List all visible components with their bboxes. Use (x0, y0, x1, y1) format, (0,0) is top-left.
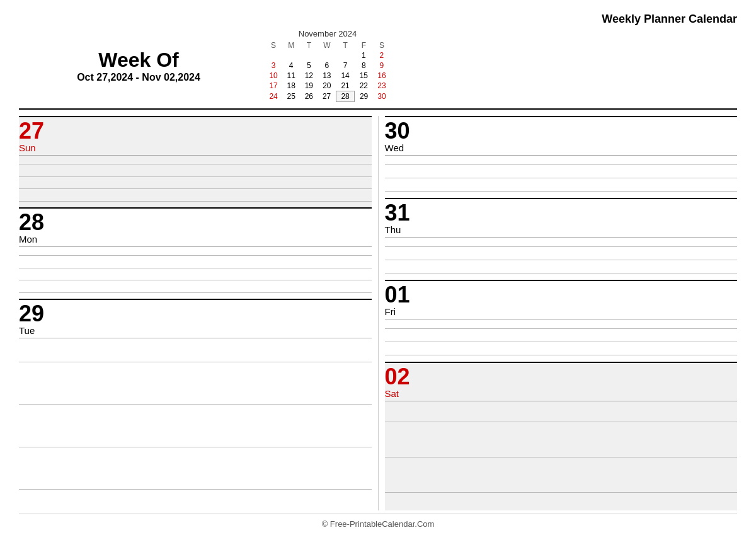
day-line (19, 404, 372, 405)
mini-cal-cell: 11 (282, 71, 300, 81)
mini-cal-row: 3456789 (265, 60, 391, 71)
mini-cal-cell: 26 (300, 91, 318, 102)
day-number-fri: 01 (385, 284, 738, 306)
day-line (385, 164, 738, 165)
day-line (19, 188, 372, 189)
mini-cal-cell: 13 (318, 71, 336, 81)
day-line (19, 201, 372, 202)
day-line (385, 422, 738, 422)
mini-cal-cell: 29 (355, 91, 373, 102)
mini-cal-cell: 8 (355, 60, 373, 71)
day-line (19, 292, 372, 293)
day-lines-wed (385, 158, 738, 198)
mini-cal-cell: 5 (300, 60, 318, 71)
day-name-sun: Sun (19, 142, 372, 156)
day-line (385, 457, 738, 457)
mini-cal-cell (265, 50, 282, 60)
mini-cal-cell: 25 (282, 91, 300, 102)
mini-cal-cell: 27 (318, 91, 336, 102)
mini-cal-cell (300, 50, 318, 60)
mini-cal-cell (336, 50, 355, 60)
day-line (385, 246, 738, 247)
footer: © Free-PrintableCalendar.Com (19, 514, 737, 529)
mini-cal-cell: 21 (336, 81, 355, 91)
page: Weekly Planner Calendar Week Of Oct 27,2… (0, 0, 756, 535)
mini-cal-cell (282, 50, 300, 60)
mini-cal-table: SMTWTFS 12345678910111213141516171819202… (265, 40, 391, 102)
day-lines-sat (385, 404, 738, 510)
mini-cal-cell: 9 (373, 60, 391, 71)
mini-cal-cell: 6 (318, 60, 336, 71)
day-line (385, 273, 738, 273)
day-line (19, 164, 372, 164)
mini-cal-cell (318, 50, 336, 60)
day-header-fri: 01 Fri (385, 284, 738, 319)
page-title: Weekly Planner Calendar (602, 13, 737, 26)
mini-cal-cell: 1 (355, 50, 373, 60)
mini-cal-cell: 15 (355, 71, 373, 81)
day-block-sun: 27 Sun (19, 116, 372, 207)
day-line (385, 178, 738, 178)
day-number-sun: 27 (19, 120, 372, 142)
day-name-wed: Wed (385, 142, 738, 156)
day-line (385, 492, 738, 493)
day-name-thu: Thu (385, 224, 738, 238)
mini-cal-cell: 7 (336, 60, 355, 71)
mini-cal-cell: 28 (336, 91, 355, 102)
day-line (19, 255, 372, 256)
day-name-mon: Mon (19, 234, 372, 247)
mini-cal-header: T (300, 40, 318, 50)
footer-text: © Free-PrintableCalendar.Com (322, 519, 435, 529)
day-line (385, 342, 738, 342)
day-number-wed: 30 (385, 120, 738, 142)
day-lines-thu (385, 240, 738, 280)
day-line (19, 489, 372, 490)
day-block-wed: 30 Wed (385, 116, 738, 198)
day-line (19, 268, 372, 268)
mini-cal-title: November 2024 (265, 29, 391, 38)
mini-cal-cell: 19 (300, 81, 318, 91)
day-block-thu: 31 Thu (385, 198, 738, 280)
week-of-label: Week Of (19, 49, 258, 72)
mini-cal-header: S (265, 40, 282, 50)
week-of-block: Week Of Oct 27,2024 - Nov 02,2024 (19, 49, 258, 83)
mini-cal-cell: 3 (265, 60, 282, 71)
day-number-sat: 02 (385, 365, 738, 388)
mini-cal-header: F (355, 40, 373, 50)
mini-cal-header: S (373, 40, 391, 50)
day-line (385, 328, 738, 329)
mini-cal-header: W (318, 40, 336, 50)
mini-cal-row: 24252627282930 (265, 91, 391, 102)
mini-calendar: November 2024 SMTWTFS 123456789101112131… (265, 29, 391, 102)
day-line (19, 280, 372, 280)
day-number-tue: 29 (19, 302, 372, 325)
mini-cal-cell: 18 (282, 81, 300, 91)
mini-cal-row: 17181920212223 (265, 81, 391, 91)
mini-cal-cell: 14 (336, 71, 355, 81)
mini-cal-cell: 17 (265, 81, 282, 91)
day-name-tue: Tue (19, 325, 372, 338)
mini-cal-header: T (336, 40, 355, 50)
top-section: Week Of Oct 27,2024 - Nov 02,2024 Novemb… (19, 29, 737, 110)
day-name-fri: Fri (385, 306, 738, 319)
mini-cal-cell: 30 (373, 91, 391, 102)
left-column: 27 Sun 28 Mon (19, 116, 379, 510)
day-lines-sun (19, 158, 372, 207)
mini-cal-cell: 16 (373, 71, 391, 81)
day-header-sat: 02 Sat (385, 365, 738, 401)
day-lines-fri (385, 322, 738, 362)
mini-cal-cell: 10 (265, 71, 282, 81)
day-line (385, 355, 738, 355)
mini-cal-row: 12 (265, 50, 391, 60)
week-of-dates: Oct 27,2024 - Nov 02,2024 (19, 72, 258, 83)
day-block-mon: 28 Mon (19, 207, 372, 299)
day-line (19, 447, 372, 447)
day-lines-tue (19, 341, 372, 510)
day-line (385, 260, 738, 260)
day-header-wed: 30 Wed (385, 120, 738, 156)
day-line (19, 176, 372, 177)
day-line (385, 191, 738, 192)
day-line (19, 362, 372, 362)
main-grid: 27 Sun 28 Mon (19, 116, 737, 510)
header: Weekly Planner Calendar (19, 13, 737, 26)
